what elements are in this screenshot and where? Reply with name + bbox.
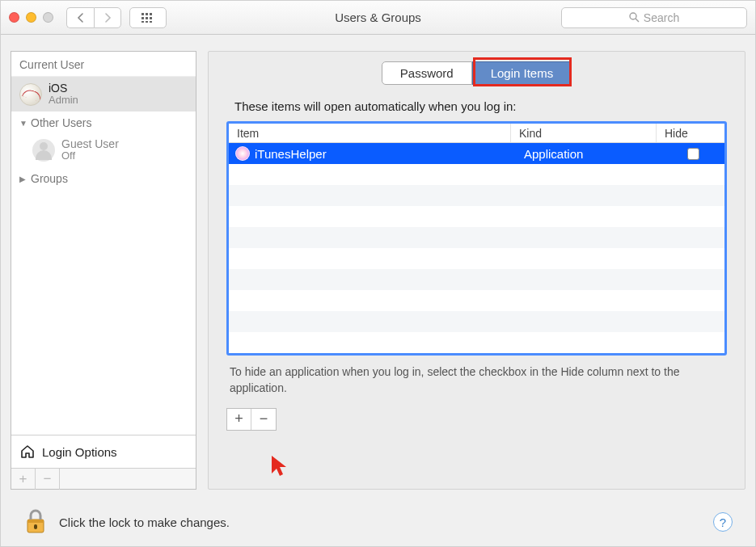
search-icon <box>629 12 640 23</box>
login-items-table: Item Kind Hide iTunesHelper Application <box>226 121 727 356</box>
current-user-role: Admin <box>49 95 78 107</box>
window-title: Users & Groups <box>335 11 421 24</box>
cursor-annotation-icon <box>270 454 291 478</box>
svg-rect-12 <box>27 520 44 523</box>
guest-user-status: Off <box>61 150 119 162</box>
cell-item: iTunesHelper <box>229 146 516 161</box>
back-button[interactable] <box>66 7 94 28</box>
table-row-empty <box>229 248 724 269</box>
svg-rect-8 <box>150 21 152 23</box>
svg-rect-5 <box>150 17 152 19</box>
close-window-button[interactable] <box>9 12 19 23</box>
show-all-button[interactable] <box>129 7 167 28</box>
table-row-empty <box>229 164 724 185</box>
table-row-empty <box>229 206 724 227</box>
sidebar-guest-user[interactable]: Guest User Off <box>11 134 196 167</box>
remove-item-button[interactable]: − <box>251 409 276 430</box>
remove-user-button: − <box>36 469 60 490</box>
guest-avatar-icon <box>32 139 55 162</box>
svg-rect-3 <box>141 17 144 19</box>
content: Current User iOS Admin ▼ Other Users Gue… <box>1 35 755 498</box>
hint-text: To hide an application when you log in, … <box>226 364 727 397</box>
svg-line-10 <box>636 19 639 22</box>
bottom-bar: Click the lock to make changes. ? <box>1 498 755 546</box>
svg-rect-2 <box>150 13 152 15</box>
disclosure-right-icon: ▶ <box>19 175 27 183</box>
sidebar-other-users[interactable]: ▼ Other Users <box>11 112 196 134</box>
hide-checkbox[interactable] <box>687 148 699 160</box>
add-item-button[interactable]: + <box>227 409 251 430</box>
main-panel: Password Login Items These items will op… <box>208 51 745 490</box>
table-row-empty <box>229 269 724 290</box>
tabs: Password Login Items <box>382 61 572 85</box>
table-row[interactable]: iTunesHelper Application <box>229 143 724 164</box>
lock-text: Click the lock to make changes. <box>59 515 230 529</box>
tab-password[interactable]: Password <box>382 61 472 85</box>
sidebar-current-user[interactable]: iOS Admin <box>11 77 196 112</box>
svg-rect-0 <box>141 13 144 15</box>
nav-buttons <box>66 7 121 28</box>
login-options-label: Login Options <box>42 445 117 459</box>
search-placeholder: Search <box>644 11 679 24</box>
table-body: iTunesHelper Application <box>229 143 724 353</box>
table-row-empty <box>229 227 724 248</box>
add-user-button: + <box>11 469 36 490</box>
svg-rect-6 <box>141 21 144 23</box>
sidebar-footer: + − <box>11 468 196 489</box>
sidebar-groups[interactable]: ▶ Groups <box>11 167 196 190</box>
lock-icon[interactable] <box>23 508 48 536</box>
col-kind[interactable]: Kind <box>511 124 657 142</box>
cell-hide <box>661 148 724 160</box>
forward-button[interactable] <box>94 7 121 28</box>
svg-rect-4 <box>146 17 148 19</box>
groups-label: Groups <box>31 172 68 185</box>
traffic-lights <box>9 12 53 23</box>
table-header: Item Kind Hide <box>229 124 724 143</box>
instruction-text: These items will open automatically when… <box>226 99 727 113</box>
sidebar-current-label: Current User <box>11 52 196 77</box>
search-input[interactable]: Search <box>561 7 747 28</box>
svg-rect-13 <box>34 524 37 529</box>
svg-rect-7 <box>146 21 148 23</box>
login-options-button[interactable]: Login Options <box>11 435 196 468</box>
home-icon <box>19 444 36 460</box>
help-button[interactable]: ? <box>713 512 733 532</box>
window: Users & Groups Search Current User iOS A… <box>0 0 756 547</box>
guest-user-info: Guest User Off <box>61 137 119 162</box>
current-user-name: iOS <box>49 82 78 95</box>
add-remove-buttons: + − <box>226 408 277 431</box>
cell-kind: Application <box>516 147 661 161</box>
table-row-empty <box>229 332 724 353</box>
table-row-empty <box>229 185 724 206</box>
sidebar: Current User iOS Admin ▼ Other Users Gue… <box>11 51 196 490</box>
table-row-empty <box>229 311 724 332</box>
titlebar: Users & Groups Search <box>1 1 755 35</box>
col-item[interactable]: Item <box>229 124 511 142</box>
baseball-avatar-icon <box>19 83 42 106</box>
other-users-label: Other Users <box>31 116 91 129</box>
row-name: iTunesHelper <box>255 147 327 161</box>
current-user-info: iOS Admin <box>49 82 78 107</box>
itunes-icon <box>235 146 250 161</box>
guest-user-name: Guest User <box>61 137 119 150</box>
svg-point-9 <box>630 13 636 19</box>
col-hide[interactable]: Hide <box>657 124 708 142</box>
minimize-window-button[interactable] <box>26 12 36 23</box>
table-row-empty <box>229 290 724 311</box>
tab-login-items[interactable]: Login Items <box>472 61 572 85</box>
disclosure-down-icon: ▼ <box>19 119 27 128</box>
svg-rect-1 <box>146 13 148 15</box>
zoom-window-button <box>43 12 53 23</box>
